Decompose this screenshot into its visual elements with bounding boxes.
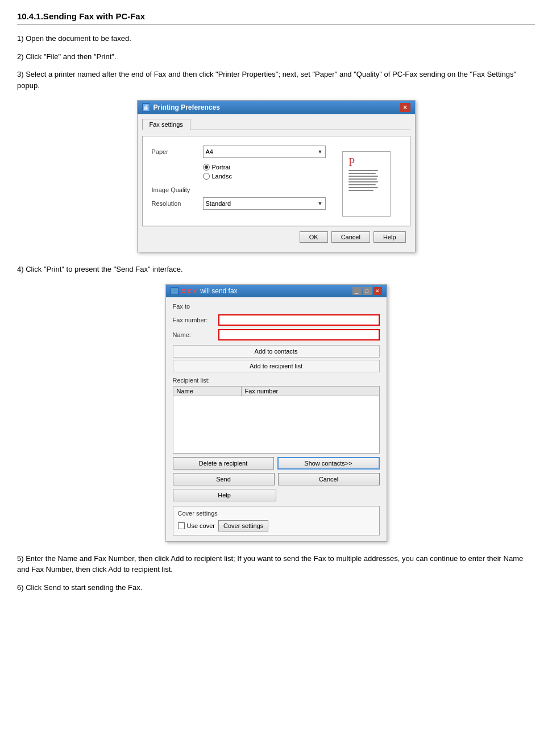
send-fax-dialog: x x x will send fax _ □ ✕ Fax to Fax num…	[165, 284, 387, 542]
preview-line-6	[348, 184, 376, 185]
fax-action-buttons: Add to contacts Add to recipient list	[173, 345, 380, 372]
cancel-button[interactable]: Cancel	[278, 473, 380, 485]
step1: 1) Open the document to be faxed.	[17, 33, 535, 44]
use-cover-checkbox-item: Use cover	[178, 522, 215, 529]
titlebar-left: 🖨 Printing Preferences	[142, 103, 220, 111]
ok-button[interactable]: OK	[300, 231, 328, 243]
printing-dialog-body: Fax settings Paper A4 ▼	[138, 114, 415, 252]
resolution-label: Resolution	[152, 200, 203, 207]
page-preview-area: P	[333, 146, 401, 217]
printing-preferences-dialog: 🖨 Printing Preferences ✕ Fax settings Pa…	[137, 100, 416, 252]
help-button[interactable]: Help	[173, 489, 276, 501]
use-cover-label: Use cover	[187, 522, 215, 529]
cover-row: Use cover Cover settings	[178, 520, 375, 531]
printing-preferences-screenshot: 🖨 Printing Preferences ✕ Fax settings Pa…	[17, 100, 535, 252]
preview-line-7	[348, 187, 378, 188]
landscape-radio[interactable]: Landsc	[203, 173, 326, 180]
orientation-group: Portrai Landsc	[203, 164, 326, 180]
preview-p-letter: P	[348, 156, 385, 168]
resolution-dropdown-arrow: ▼	[318, 201, 323, 206]
fax-number-label: Fax number:	[173, 317, 218, 323]
preview-line-8	[348, 190, 373, 191]
maximize-button[interactable]: □	[363, 287, 372, 295]
resolution-select[interactable]: Standard ▼	[203, 197, 326, 210]
delete-recipient-button[interactable]: Delete a recipient	[173, 457, 274, 470]
image-quality-label: Image Quality	[152, 186, 190, 193]
help-btn-row: Help	[173, 489, 380, 501]
send-button[interactable]: Send	[173, 473, 275, 485]
recipient-table-body	[173, 396, 379, 453]
titlebar-controls: _ □ ✕	[352, 287, 382, 295]
step6: 6) Click Send to start sending the Fax.	[17, 582, 535, 593]
col-name-header: Name	[173, 387, 242, 396]
sendfax-icon	[171, 287, 179, 295]
step5: 5) Enter the Name and Fax Number, then c…	[17, 553, 535, 575]
fax-name-row: Name:	[173, 329, 380, 340]
sendfax-body: Fax to Fax number: Name: Add to contacts…	[166, 297, 387, 541]
show-contacts-button[interactable]: Show contacts>>	[277, 457, 380, 470]
dialog-icon: 🖨	[142, 103, 150, 111]
close-button[interactable]: ✕	[373, 287, 382, 295]
cancel-button[interactable]: Cancel	[331, 231, 370, 243]
recipient-footer-buttons: Delete a recipient Show contacts>>	[173, 457, 380, 470]
dialog-footer: OK Cancel Help	[142, 226, 410, 247]
dialog-left-form: Paper A4 ▼ Portrai	[152, 146, 326, 217]
paper-dropdown-arrow: ▼	[318, 149, 323, 155]
preview-line-1	[348, 170, 378, 171]
step4: 4) Click "Print" to present the "Send Fa…	[17, 264, 535, 275]
sendfax-title-xxx: x x x	[182, 287, 197, 295]
cover-settings-section: Cover settings Use cover Cover settings	[173, 506, 380, 535]
fax-number-row: Fax number:	[173, 314, 380, 326]
fax-name-label: Name:	[173, 331, 218, 338]
sendfax-title-text: will send fax	[200, 287, 237, 295]
preview-line-3	[348, 176, 378, 177]
resolution-value: Standard	[206, 200, 231, 207]
landscape-radio-circle	[203, 173, 210, 180]
portrait-radio[interactable]: Portrai	[203, 164, 326, 171]
recipient-table: Name Fax number	[173, 386, 380, 454]
image-quality-section: Image Quality Resolution Standard ▼	[152, 185, 326, 210]
page-preview: P	[342, 151, 391, 217]
recipient-list-label: Recipient list:	[173, 377, 380, 384]
step2: 2) Click "File" and then "Print".	[17, 51, 535, 63]
portrait-radio-circle	[203, 164, 210, 171]
fax-settings-tab[interactable]: Fax settings	[142, 119, 190, 130]
resolution-row: Resolution Standard ▼	[152, 197, 326, 210]
fax-number-input[interactable]	[218, 314, 380, 326]
preview-line-5	[348, 181, 378, 182]
recipient-table-header: Name Fax number	[173, 387, 379, 396]
send-fax-screenshot: x x x will send fax _ □ ✕ Fax to Fax num…	[17, 284, 535, 542]
sendfax-titlebar: x x x will send fax _ □ ✕	[166, 285, 387, 297]
add-to-recipient-list-button[interactable]: Add to recipient list	[173, 360, 380, 372]
cover-settings-title: Cover settings	[178, 510, 375, 517]
recipient-section: Recipient list: Name Fax number Delete a…	[173, 377, 380, 501]
help-button[interactable]: Help	[373, 231, 406, 243]
landscape-label: Landsc	[212, 173, 232, 180]
minimize-button[interactable]: _	[352, 287, 362, 295]
preview-line-4	[348, 178, 377, 180]
dialog-content: Paper A4 ▼ Portrai	[142, 136, 410, 226]
col-fax-header: Fax number	[242, 387, 379, 396]
use-cover-checkbox[interactable]	[178, 522, 185, 529]
preview-line-2	[348, 173, 376, 174]
paper-label: Paper	[152, 148, 203, 155]
portrait-label: Portrai	[212, 164, 230, 171]
fax-name-input[interactable]	[218, 329, 380, 340]
dialog-title: Printing Preferences	[153, 103, 220, 111]
paper-value: A4	[206, 148, 213, 155]
add-to-contacts-button[interactable]: Add to contacts	[173, 345, 380, 358]
tab-bar: Fax settings	[142, 119, 410, 130]
page-title: 10.4.1.Sending Fax with PC-Fax	[17, 11, 535, 25]
sendfax-titlebar-left: x x x will send fax	[171, 287, 238, 295]
preview-lines	[348, 170, 385, 191]
paper-row: Paper A4 ▼	[152, 146, 326, 158]
paper-select[interactable]: A4 ▼	[203, 146, 326, 158]
step3: 3) Select a printer named after the end …	[17, 69, 535, 91]
printing-preferences-titlebar: 🖨 Printing Preferences ✕	[138, 101, 415, 114]
fax-to-title: Fax to	[173, 303, 380, 310]
close-button[interactable]: ✕	[400, 103, 410, 112]
cover-settings-button[interactable]: Cover settings	[218, 520, 268, 531]
send-cancel-row: Send Cancel	[173, 473, 380, 485]
